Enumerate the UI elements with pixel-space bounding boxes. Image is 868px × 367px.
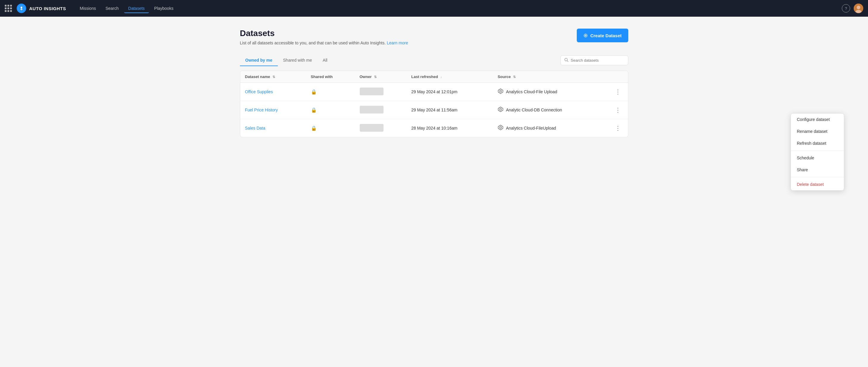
col-shared-with: Shared with xyxy=(306,71,355,83)
col-source[interactable]: Source ⇅ xyxy=(493,71,608,83)
datasets-table: Dataset name ⇅ Shared with Owner ⇅ Last … xyxy=(240,71,628,137)
nav-search[interactable]: Search xyxy=(101,4,123,13)
more-button-1[interactable]: ⋮ xyxy=(613,87,623,96)
svg-marker-11 xyxy=(498,107,503,112)
menu-delete[interactable]: Delete dataset xyxy=(791,178,844,190)
sort-icon-refreshed: ↓ xyxy=(440,75,442,79)
cell-refreshed-1: 29 May 2024 at 12:01pm xyxy=(406,83,493,101)
cell-name-3: Sales Data xyxy=(240,119,306,137)
svg-point-1 xyxy=(21,6,22,8)
col-dataset-name[interactable]: Dataset name ⇅ xyxy=(240,71,306,83)
tab-owned[interactable]: Owned by me xyxy=(240,55,278,66)
menu-refresh[interactable]: Refresh dataset xyxy=(791,137,844,149)
page-title: Datasets xyxy=(240,29,408,38)
table-body: Office Supplies 🔒 29 May 2024 at 12:01pm xyxy=(240,83,628,137)
source-icon-3 xyxy=(498,124,503,132)
cell-refreshed-2: 29 May 2024 at 11:56am xyxy=(406,101,493,119)
sort-icon-source: ⇅ xyxy=(513,75,516,79)
cell-owner-1 xyxy=(355,83,407,101)
cell-owner-3 xyxy=(355,119,407,137)
cell-owner-2 xyxy=(355,101,407,119)
search-icon xyxy=(564,58,568,63)
svg-line-8 xyxy=(567,61,568,62)
cell-shared-1: 🔒 xyxy=(306,83,355,101)
table-row: Office Supplies 🔒 29 May 2024 at 12:01pm xyxy=(240,83,628,101)
cell-name-1: Office Supplies xyxy=(240,83,306,101)
svg-point-10 xyxy=(500,90,501,92)
cell-source-2: Analytic Cloud-DB Connection xyxy=(493,101,608,119)
sort-icon-name: ⇅ xyxy=(273,75,275,79)
more-button-2[interactable]: ⋮ xyxy=(613,105,623,115)
page-header: Datasets List of all datasets accessible… xyxy=(240,29,628,45)
app-logo: AUTO INSIGHTS xyxy=(17,4,66,13)
learn-more-link[interactable]: Learn more xyxy=(387,40,408,45)
more-button-3[interactable]: ⋮ xyxy=(613,123,623,133)
lock-icon-2: 🔒 xyxy=(311,108,317,113)
cell-actions-1: ⋮ xyxy=(608,83,628,101)
svg-marker-13 xyxy=(498,125,503,130)
source-icon-2 xyxy=(498,106,503,114)
owner-avatar-1 xyxy=(360,88,383,95)
cell-source-3: Analytics Cloud-FileUpload xyxy=(493,119,608,137)
page-subtitle: List of all datasets accessible to you, … xyxy=(240,40,408,45)
tab-all[interactable]: All xyxy=(317,55,333,66)
cell-shared-2: 🔒 xyxy=(306,101,355,119)
menu-divider-2 xyxy=(791,177,844,177)
logo-icon xyxy=(17,4,26,13)
svg-marker-9 xyxy=(498,89,503,94)
cell-shared-3: 🔒 xyxy=(306,119,355,137)
main-content: Datasets List of all datasets accessible… xyxy=(226,17,643,149)
table-row: Sales Data 🔒 28 May 2024 at 10:16am xyxy=(240,119,628,137)
menu-configure[interactable]: Configure dataset xyxy=(791,114,844,125)
nav-playbooks[interactable]: Playbooks xyxy=(150,4,178,13)
sort-icon-owner: ⇅ xyxy=(374,75,377,79)
grid-menu-icon[interactable] xyxy=(5,5,12,12)
cell-actions-2: ⋮ xyxy=(608,101,628,119)
menu-rename[interactable]: Rename dataset xyxy=(791,125,844,137)
table-row: Fuel Price History 🔒 29 May 2024 at 11:5… xyxy=(240,101,628,119)
search-input[interactable] xyxy=(571,58,624,63)
svg-point-14 xyxy=(500,127,501,128)
context-menu: Configure dataset Rename dataset Refresh… xyxy=(790,113,844,191)
lock-icon-1: 🔒 xyxy=(311,89,317,94)
tabs-row: Owned by me Shared with me All xyxy=(240,55,628,66)
help-icon[interactable]: ? xyxy=(842,4,850,12)
dataset-link-3[interactable]: Sales Data xyxy=(245,126,265,130)
search-box xyxy=(560,55,628,65)
page-title-section: Datasets List of all datasets accessible… xyxy=(240,29,408,45)
nav-missions[interactable]: Missions xyxy=(75,4,100,13)
cell-name-2: Fuel Price History xyxy=(240,101,306,119)
tabs: Owned by me Shared with me All xyxy=(240,55,333,66)
datasets-table-container: Dataset name ⇅ Shared with Owner ⇅ Last … xyxy=(240,70,628,137)
owner-avatar-2 xyxy=(360,106,383,114)
menu-share[interactable]: Share xyxy=(791,164,844,176)
cell-source-1: Analytics Cloud-File Upload xyxy=(493,83,608,101)
navbar: AUTO INSIGHTS Missions Search Datasets P… xyxy=(0,0,868,17)
owner-avatar-3 xyxy=(360,124,383,132)
dataset-link-2[interactable]: Fuel Price History xyxy=(245,108,278,112)
menu-divider-1 xyxy=(791,150,844,151)
create-dataset-button[interactable]: ⊕ Create Dataset xyxy=(577,29,628,42)
col-owner[interactable]: Owner ⇅ xyxy=(355,71,407,83)
table-header: Dataset name ⇅ Shared with Owner ⇅ Last … xyxy=(240,71,628,83)
nav-right: ? xyxy=(842,4,863,13)
lock-icon-3: 🔒 xyxy=(311,126,317,131)
col-last-refreshed[interactable]: Last refreshed ↓ xyxy=(406,71,493,83)
dataset-link-1[interactable]: Office Supplies xyxy=(245,89,273,94)
cell-refreshed-3: 28 May 2024 at 10:16am xyxy=(406,119,493,137)
col-actions xyxy=(608,71,628,83)
nav-datasets[interactable]: Datasets xyxy=(124,4,149,13)
svg-point-12 xyxy=(500,109,501,110)
source-icon-1 xyxy=(498,88,503,96)
svg-point-5 xyxy=(857,6,860,9)
create-icon: ⊕ xyxy=(583,32,588,39)
user-avatar[interactable] xyxy=(854,4,863,13)
menu-schedule[interactable]: Schedule xyxy=(791,152,844,164)
cell-actions-3: ⋮ xyxy=(608,119,628,137)
nav-links: Missions Search Datasets Playbooks xyxy=(75,4,839,13)
app-name: AUTO INSIGHTS xyxy=(29,6,66,11)
tab-shared[interactable]: Shared with me xyxy=(278,55,317,66)
